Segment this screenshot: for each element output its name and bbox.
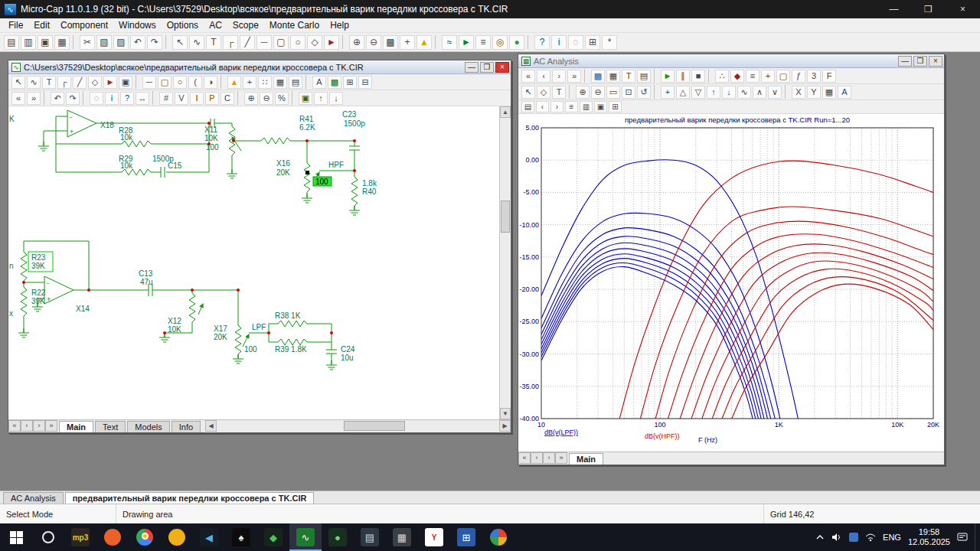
wiper-handle[interactable]	[305, 171, 309, 174]
taskbar-app-yellow-circle[interactable]	[161, 523, 193, 551]
icon-pie[interactable]: ◑	[204, 76, 217, 89]
scroll-thumb[interactable]	[501, 201, 510, 233]
taskbar-app-green-2[interactable]: ●	[322, 523, 354, 551]
icon-low[interactable]: ↓	[722, 86, 736, 99]
menu-options[interactable]: Options	[162, 19, 204, 31]
taskbar-app-gray-window[interactable]: ▤	[354, 523, 386, 551]
icon-title-block[interactable]: ▤	[289, 76, 302, 89]
icon-select-mode[interactable]: ↖	[521, 86, 535, 99]
icon-redo[interactable]: ↷	[66, 92, 80, 105]
icon-scale-percent[interactable]: %	[275, 92, 289, 105]
icon-color[interactable]: ▩	[328, 76, 341, 89]
icon-powers[interactable]: P	[205, 92, 219, 105]
wifi-icon[interactable]	[865, 533, 876, 542]
icon-zoom-out[interactable]: ⊖	[366, 35, 381, 50]
icon-paste[interactable]: ▨	[113, 35, 129, 50]
icon-stop[interactable]: ■	[691, 70, 705, 83]
icon-polygon-mode[interactable]: ◇	[307, 35, 322, 50]
icon-rectangle-mode[interactable]: ▢	[273, 35, 289, 50]
icon-component-mode[interactable]: ∿	[189, 35, 204, 50]
icon-line-mode[interactable]: ─	[256, 35, 272, 50]
schematic-minimize-button[interactable]: —	[465, 62, 479, 73]
mdi-tab-ac-analysis[interactable]: AC Analysis	[3, 492, 64, 504]
icon-rectangle[interactable]: ▢	[158, 76, 172, 89]
icon-crosshair[interactable]: +	[400, 35, 415, 50]
icon-tracker[interactable]: +	[761, 70, 775, 83]
icon-prev-page[interactable]: ‹	[536, 101, 549, 112]
icon-run-analysis[interactable]: ►	[459, 35, 474, 50]
icon-ellipse-mode[interactable]: ○	[290, 35, 305, 50]
icon-stepping[interactable]: ≡	[475, 35, 491, 50]
icon-tag[interactable]: ▢	[776, 70, 790, 83]
icon-restore[interactable]: ↺	[637, 86, 651, 99]
schematic-vertical-scrollbar[interactable]: ▲ ▼	[499, 106, 511, 419]
resistor-r41[interactable]	[261, 138, 290, 144]
schematic-close-button[interactable]: ×	[495, 62, 509, 73]
icon-prev-tab[interactable]: ‹	[21, 420, 33, 432]
icon-diag-wire[interactable]: ╱	[73, 76, 87, 89]
icon-border[interactable]: ▦	[273, 76, 287, 89]
icon-label[interactable]: A	[838, 86, 851, 99]
minimize-button[interactable]: —	[877, 0, 911, 18]
notification-icon[interactable]	[957, 533, 968, 542]
menu-monte-carlo[interactable]: Monte Carlo	[264, 19, 325, 31]
taskbar-app-yandex[interactable]: Y	[418, 523, 450, 551]
icon-properties[interactable]: ▤	[637, 70, 651, 83]
icon-three-d[interactable]: 3	[807, 70, 821, 83]
legend-hpf[interactable]: dB(v(HPF))	[645, 432, 680, 440]
plot-maximize-button[interactable]: ❒	[913, 56, 927, 67]
icon-last-tab[interactable]: »	[45, 420, 57, 432]
icon-node-numbers[interactable]: #	[159, 92, 173, 105]
taskbar-app-micro-cap[interactable]: ∿	[289, 523, 322, 551]
icon-copy[interactable]: ▧	[96, 35, 112, 50]
icon-grid[interactable]: ▦	[822, 86, 836, 99]
tab-info[interactable]: Info	[172, 421, 201, 432]
icon-select[interactable]: ↖	[11, 76, 25, 89]
icon-find[interactable]: ◌	[568, 35, 583, 50]
scroll-up-arrow[interactable]: ▲	[500, 106, 511, 118]
icon-model-globe[interactable]: ●	[509, 35, 524, 50]
icon-cut[interactable]: ✂	[80, 35, 95, 50]
icon-next-tab[interactable]: ›	[33, 420, 45, 432]
icon-autoscale[interactable]: ⊡	[622, 86, 635, 99]
icon-new[interactable]: ▤	[4, 35, 19, 50]
menu-component[interactable]: Component	[55, 19, 113, 31]
icon-grid-toggle[interactable]: ▩	[383, 35, 398, 50]
tab-text[interactable]: Text	[95, 421, 126, 432]
icon-probe[interactable]: ◎	[492, 35, 508, 50]
icon-prev-tab[interactable]: ‹	[531, 452, 543, 464]
icon-warning[interactable]: ▲	[416, 35, 432, 50]
icon-text-smaller[interactable]: ↓	[329, 92, 343, 105]
schematic-maximize-button[interactable]: ❒	[480, 62, 494, 73]
icon-diagonal-wire-mode[interactable]: ╱	[240, 35, 255, 50]
icon-flag-mode[interactable]: ►	[324, 35, 339, 50]
taskbar-app-black-bat[interactable]: ♠	[225, 523, 257, 551]
icon-align[interactable]: ≡	[565, 101, 578, 112]
icon-undo[interactable]: ↶	[130, 35, 145, 50]
icon-stack[interactable]: ▥	[580, 101, 593, 112]
icon-go-back[interactable]: «	[11, 92, 25, 105]
tray-shield-icon[interactable]	[849, 533, 858, 542]
icon-picture[interactable]: ▣	[119, 76, 132, 89]
icon-warning[interactable]: ▲	[227, 76, 241, 89]
icon-help-mode[interactable]: ?	[120, 92, 134, 105]
taskbar-app-pie[interactable]	[482, 523, 514, 551]
chevron-up-icon[interactable]	[815, 533, 825, 542]
icon-go-forward[interactable]: »	[27, 92, 41, 105]
close-button[interactable]: ×	[946, 0, 980, 18]
tab-main[interactable]: Main	[59, 421, 93, 432]
icon-peak[interactable]: △	[676, 86, 690, 99]
menu-windows[interactable]: Windows	[113, 19, 162, 31]
title-bar[interactable]: ∿ Micro-Cap 11.0.1.9 (32 bit) - C:\Users…	[0, 0, 980, 18]
ac-analysis-titlebar[interactable]: ▦ AC Analysis — ❒ ×	[518, 54, 944, 68]
taskbar-start[interactable]	[0, 523, 32, 551]
capacitor-c15[interactable]	[161, 167, 165, 178]
icon-zoom-out[interactable]: ⊖	[591, 86, 605, 99]
maximize-button[interactable]: ❒	[911, 0, 946, 18]
capacitor-c24[interactable]	[326, 350, 337, 354]
tab-main[interactable]: Main	[569, 453, 603, 465]
icon-first[interactable]: «	[521, 70, 535, 83]
schematic-canvas[interactable]: 100 X18 R28 10k R29 10k 1500p C15 X11	[8, 106, 499, 419]
schematic-horizontal-scrollbar[interactable]: ◀ ▶	[205, 420, 511, 432]
taskbar-app-green-shield[interactable]: ◆	[257, 523, 289, 551]
